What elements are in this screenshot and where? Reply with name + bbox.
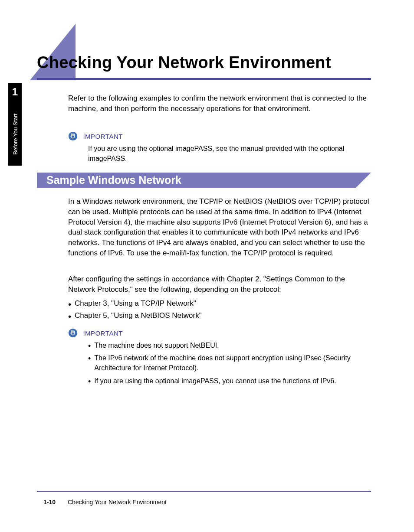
list-item: • Chapter 5, "Using a NetBIOS Network" [68,310,372,321]
important-label: IMPORTANT [83,133,122,140]
important-1-text: If you are using the optional imagePASS,… [88,144,370,163]
section-bar-triangle [356,173,371,188]
footer-page-number: 1-10 [43,499,56,506]
chapter-number: 1 [8,83,22,98]
svg-point-0 [69,132,77,140]
bullet-text: The machine does not support NetBEUI. [94,340,375,350]
list-item: • The IPv6 network of the machine does n… [88,353,375,373]
chapter-bullet-list: • Chapter 3, "Using a TCP/IP Network" • … [68,298,372,323]
list-item: • If you are using the optional imagePAS… [88,376,375,386]
hand-stop-icon [68,131,78,141]
bullet-text: Chapter 3, "Using a TCP/IP Network" [75,298,372,309]
important-2-list: • The machine does not support NetBEUI. … [88,340,375,386]
footer-divider [37,491,371,492]
list-item: • The machine does not support NetBEUI. [88,340,375,350]
bullet-text: The IPv6 network of the machine does not… [94,353,375,373]
svg-point-1 [69,329,77,337]
bullet-dot-icon: • [88,378,91,385]
body-paragraph-1: In a Windows network environment, the TC… [68,196,372,258]
section-heading-bar: Sample Windows Network [37,173,371,188]
title-underline [37,78,371,80]
hand-stop-icon [68,328,78,338]
footer-title: Checking Your Network Environment [68,499,167,506]
page-footer: 1-10 Checking Your Network Environment [43,499,369,506]
intro-paragraph: Refer to the following examples to confi… [68,93,372,114]
bullet-text: If you are using the optional imagePASS,… [94,376,375,386]
chapter-tab: 1 Before You Start [8,83,22,166]
body-paragraph-2: After configuring the settings in accord… [68,274,372,295]
chapter-side-label: Before You Start [12,114,18,155]
list-item: • Chapter 3, "Using a TCP/IP Network" [68,298,372,309]
important-notice-2: IMPORTANT • The machine does not support… [68,328,372,388]
bullet-dot-icon: • [68,300,71,309]
bullet-text: Chapter 5, "Using a NetBIOS Network" [75,310,372,321]
section-heading-text: Sample Windows Network [37,173,356,188]
bullet-dot-icon: • [88,355,91,362]
bullet-dot-icon: • [68,312,71,321]
bullet-dot-icon: • [88,342,91,350]
page-title: Checking Your Network Environment [37,53,331,72]
important-label: IMPORTANT [83,330,122,337]
important-notice-1: IMPORTANT If you are using the optional … [68,131,372,163]
